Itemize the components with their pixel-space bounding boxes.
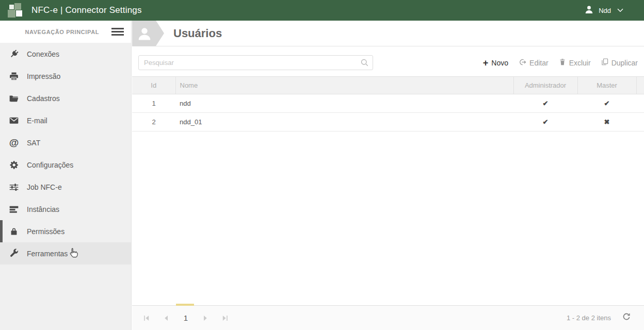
edit-button-label: Editar (529, 59, 549, 67)
duplicate-button-label: Duplicar (611, 59, 638, 67)
cell-id: 1 (132, 94, 175, 113)
search-box (138, 55, 373, 70)
cell-nome: ndd (175, 94, 513, 113)
plus-icon: + (483, 59, 489, 67)
table-header-row: Id Nome Administrador Master (132, 77, 644, 94)
check-icon: ✔ (577, 94, 636, 113)
x-icon: ✖ (577, 113, 636, 131)
column-header-extra (636, 77, 644, 94)
users-badge (132, 21, 164, 46)
sidebar-item-label: Job NFC-e (27, 183, 62, 191)
users-icon (137, 26, 152, 41)
refresh-icon[interactable] (622, 313, 631, 323)
top-header-bar: NFC-e | Connector Settings Ndd (0, 0, 644, 21)
sidebar-header: NAVEGAÇÃO PRINCIPAL (0, 21, 131, 43)
cell-nome: ndd_01 (175, 113, 513, 131)
copy-icon (601, 58, 608, 67)
user-name[interactable]: Ndd (599, 7, 611, 14)
sidebar-item-ferramentas[interactable]: Ferramentas (0, 242, 131, 265)
delete-button-label: Excluir (569, 59, 591, 67)
plug-icon (8, 49, 20, 59)
trash-icon (559, 58, 566, 67)
items-count-status: 1 - 2 de 2 itens (567, 314, 611, 322)
column-header-administrador[interactable]: Administrador (513, 77, 577, 94)
hamburger-menu-icon[interactable] (111, 26, 124, 37)
folder-open-icon (8, 93, 20, 104)
main-content: Usuários + Novo Editar (132, 21, 644, 330)
sidebar-item-label: Ferramentas (27, 250, 68, 258)
page-header: Usuários (132, 21, 644, 46)
last-page-icon[interactable] (215, 315, 235, 322)
chevron-down-icon[interactable] (617, 8, 623, 12)
sidebar-item-label: Permissões (27, 227, 65, 236)
cell-id: 2 (132, 113, 175, 131)
sliders-icon (8, 182, 20, 192)
sidebar-item-label: SAT (27, 139, 40, 147)
sidebar-item-sat[interactable]: @ SAT (0, 131, 131, 154)
page-number[interactable]: 1 (176, 314, 196, 322)
users-table: Id Nome Administrador Master 1 ndd ✔ ✔ 2… (132, 76, 644, 131)
lock-icon (8, 226, 20, 237)
sidebar-item-configuracoes[interactable]: Configurações (0, 154, 131, 176)
sidebar-item-label: Cadastros (27, 94, 60, 103)
server-icon (8, 204, 20, 214)
pagination-bar: 1 1 - 2 de 2 itens (132, 305, 644, 330)
app-title: NFC-e | Connector Settings (31, 5, 142, 15)
sidebar-item-label: Conexões (27, 50, 59, 58)
edit-icon (519, 58, 526, 68)
user-menu[interactable]: Ndd (584, 5, 644, 16)
sidebar-item-label: Configurações (27, 161, 73, 169)
user-icon (584, 5, 594, 16)
sidebar-item-label: Instâncias (27, 205, 59, 213)
sidebar-item-job-nfce[interactable]: Job NFC-e (0, 176, 131, 198)
sidebar-item-instancias[interactable]: Instâncias (0, 198, 131, 220)
sidebar-item-permissoes[interactable]: Permissões (0, 220, 131, 242)
new-button[interactable]: + Novo (483, 59, 508, 67)
sidebar-nav-label: NAVEGAÇÃO PRINCIPAL (25, 29, 99, 35)
at-sign-icon: @ (8, 138, 20, 147)
check-icon: ✔ (513, 94, 577, 113)
edit-button[interactable]: Editar (519, 58, 549, 68)
sidebar-item-label: E-mail (27, 117, 47, 125)
sidebar-item-impressao[interactable]: Impressão (0, 65, 131, 87)
sidebar: NAVEGAÇÃO PRINCIPAL Conexões Impressão C… (0, 21, 132, 330)
sidebar-item-cadastros[interactable]: Cadastros (0, 87, 131, 109)
column-header-id[interactable]: Id (132, 77, 175, 94)
column-header-nome[interactable]: Nome (175, 77, 513, 94)
search-icon[interactable] (360, 58, 369, 69)
check-icon: ✔ (513, 113, 577, 131)
toolbar: + Novo Editar Excluir (483, 58, 638, 68)
search-input[interactable] (138, 55, 373, 70)
pager: 1 (132, 314, 235, 322)
new-button-label: Novo (491, 59, 508, 67)
column-header-master[interactable]: Master (577, 77, 636, 94)
table-row[interactable]: 2 ndd_01 ✔ ✖ (132, 113, 644, 131)
previous-page-icon[interactable] (156, 315, 176, 322)
delete-button[interactable]: Excluir (559, 58, 591, 67)
current-page-indicator (176, 304, 194, 306)
page-title: Usuários (173, 27, 222, 40)
wrench-icon (8, 249, 20, 259)
app-logo-icon (7, 2, 23, 19)
sidebar-item-email[interactable]: E-mail (0, 109, 131, 131)
gear-icon (8, 160, 20, 170)
first-page-icon[interactable] (137, 315, 156, 322)
next-page-icon[interactable] (196, 315, 215, 322)
sidebar-item-conexoes[interactable]: Conexões (0, 43, 131, 65)
printer-icon (8, 71, 20, 81)
sidebar-item-label: Impressão (27, 72, 60, 80)
duplicate-button[interactable]: Duplicar (601, 58, 638, 67)
table-row[interactable]: 1 ndd ✔ ✔ (132, 94, 644, 113)
envelope-icon (8, 116, 20, 126)
